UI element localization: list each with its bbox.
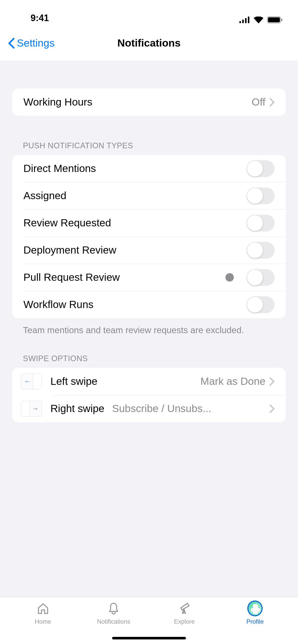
- direct-mentions-row: Direct Mentions: [12, 155, 286, 182]
- wifi-icon: [254, 17, 263, 23]
- working-hours-label: Working Hours: [23, 96, 252, 108]
- deployment-review-label: Deployment Review: [23, 244, 247, 256]
- chevron-right-icon: [269, 98, 275, 107]
- review-requested-label: Review Requested: [23, 217, 247, 229]
- svg-rect-5: [268, 17, 280, 22]
- right-swipe-row[interactable]: → Right swipe Subscribe / Unsubs...: [12, 395, 286, 422]
- review-requested-toggle[interactable]: [247, 215, 275, 231]
- deployment-review-row: Deployment Review: [12, 237, 286, 264]
- workflow-runs-label: Workflow Runs: [23, 299, 247, 311]
- tab-home-label: Home: [35, 618, 51, 625]
- loading-indicator-icon: [225, 273, 234, 282]
- back-label: Settings: [17, 37, 55, 49]
- left-swipe-label: Left swipe: [50, 375, 98, 387]
- back-button[interactable]: Settings: [8, 37, 55, 49]
- workflow-runs-toggle[interactable]: [247, 296, 275, 313]
- svg-rect-6: [281, 19, 282, 21]
- swipe-section-header: SWIPE OPTIONS: [0, 354, 298, 368]
- right-swipe-value: Subscribe / Unsubs...: [112, 403, 265, 415]
- status-time: 9:41: [31, 13, 49, 23]
- chevron-right-icon: [269, 377, 275, 386]
- pull-request-review-row: Pull Request Review: [12, 264, 286, 291]
- content-scroll[interactable]: Working Hours Off PUSH NOTIFICATION TYPE…: [0, 61, 298, 422]
- pull-request-review-toggle[interactable]: [247, 269, 275, 286]
- workflow-runs-row: Workflow Runs: [12, 291, 286, 318]
- svg-rect-2: [245, 18, 247, 23]
- tab-profile[interactable]: Profile: [220, 601, 291, 644]
- avatar-icon: [247, 601, 263, 616]
- tab-profile-label: Profile: [246, 618, 264, 625]
- working-hours-list: Working Hours Off: [12, 89, 286, 116]
- working-hours-value: Off: [252, 96, 265, 108]
- push-section-header: PUSH NOTIFICATION TYPES: [0, 141, 298, 155]
- working-hours-row[interactable]: Working Hours Off: [12, 89, 286, 116]
- home-icon: [35, 601, 51, 616]
- telescope-icon: [177, 601, 192, 616]
- push-types-list: Direct Mentions Assigned Review Requeste…: [12, 155, 286, 318]
- direct-mentions-toggle[interactable]: [247, 160, 275, 177]
- right-swipe-icon: →: [21, 401, 42, 417]
- navigation-bar: Settings Notifications: [0, 25, 298, 61]
- review-requested-row: Review Requested: [12, 209, 286, 237]
- assigned-label: Assigned: [23, 190, 247, 202]
- left-swipe-row[interactable]: ← Left swipe Mark as Done: [12, 368, 286, 395]
- arrow-right-icon: →: [32, 405, 38, 413]
- home-indicator[interactable]: [112, 637, 186, 639]
- battery-icon: [267, 16, 283, 23]
- right-swipe-label: Right swipe: [50, 403, 104, 415]
- arrow-left-icon: ←: [24, 377, 31, 385]
- deployment-review-toggle[interactable]: [247, 242, 275, 259]
- swipe-options-list: ← Left swipe Mark as Done → Right swipe …: [12, 368, 286, 422]
- left-swipe-value: Mark as Done: [200, 375, 265, 387]
- chevron-left-icon: [8, 38, 15, 49]
- tab-home[interactable]: Home: [8, 601, 78, 644]
- tab-notifications-label: Notifications: [97, 618, 130, 625]
- svg-rect-3: [248, 17, 249, 23]
- page-title: Notifications: [117, 37, 181, 49]
- assigned-row: Assigned: [12, 182, 286, 209]
- push-section-footer: Team mentions and team review requests a…: [0, 318, 298, 336]
- bell-icon: [106, 601, 121, 616]
- svg-rect-1: [242, 20, 244, 23]
- cellular-signal-icon: [239, 17, 250, 23]
- status-icons: [239, 16, 283, 23]
- tab-explore-label: Explore: [174, 618, 195, 625]
- direct-mentions-label: Direct Mentions: [23, 163, 247, 174]
- assigned-toggle[interactable]: [247, 187, 275, 204]
- left-swipe-icon: ←: [21, 374, 42, 389]
- svg-rect-0: [239, 21, 241, 23]
- pull-request-review-label: Pull Request Review: [23, 271, 225, 283]
- chevron-right-icon: [269, 404, 275, 413]
- status-bar: 9:41: [0, 0, 298, 25]
